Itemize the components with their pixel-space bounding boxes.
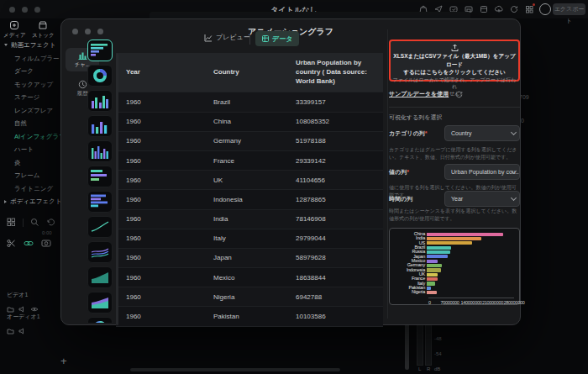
chart-bar-track [427,291,514,294]
export-button[interactable]: エクスポート [553,3,585,15]
tab-stock[interactable]: ストック [32,20,54,40]
apps-icon[interactable] [524,4,534,14]
sidebar-item[interactable]: ハート [0,143,60,156]
playhead-time: 0:00 [42,230,52,235]
value-column-select[interactable]: Urban Population by cou... [444,164,520,180]
tab-preview[interactable]: プレビュー [204,33,250,42]
tab-data[interactable]: データ [255,31,299,46]
avatar[interactable] [539,3,551,15]
table-cell: 1960 [126,190,213,208]
link-icon[interactable] [24,236,34,251]
table-cell: China [213,113,296,131]
chart-type-area-stacked[interactable] [87,292,113,313]
cloud-upload-icon[interactable] [494,4,504,14]
chart-type-bars-horizontal-2[interactable] [87,191,113,213]
sidebar-item[interactable]: フレーム [0,169,60,182]
sidebar-item[interactable]: モックアップ [0,78,60,92]
table-row: 1960UK41104656 [116,171,383,190]
chart-bar [427,264,442,267]
chart-bar [427,246,451,250]
sidebar-item[interactable]: ダーク [0,65,60,78]
toolbar-divider [23,219,24,227]
chart-type-bar-race[interactable] [87,40,113,61]
table-row: 1960India78146908 [116,210,383,229]
add-track-button[interactable]: + [60,355,67,367]
chart-type-bars-horizontal[interactable] [87,166,113,187]
chart-type-line-multi[interactable] [87,241,113,263]
category-column-select[interactable]: Country [444,125,520,141]
volume-slider[interactable] [405,323,409,370]
columns-section-title: 可視化する列を選択 [389,113,443,122]
table-cell: 18638844 [296,268,383,287]
chart-type-column-multi[interactable] [87,140,113,162]
mask-icon[interactable] [41,236,51,251]
folder-icon[interactable] [7,323,14,338]
table-scrollbar[interactable] [116,53,118,325]
undo-icon[interactable] [46,215,55,230]
chart-type-donut[interactable] [87,65,113,87]
timeline-scrollbar[interactable] [130,368,340,371]
sidebar-item[interactable]: フィルムブラー [0,52,60,66]
upload-dropzone[interactable]: XLSXまたはCSVファイル（最大1MB）をアップロード するにはこちらをクリッ… [389,40,520,82]
chart-type-column[interactable] [87,115,113,137]
x-tick-label: 0 [428,300,431,305]
chart-bar [427,241,472,245]
chart-type-column-grouped[interactable] [87,90,113,112]
history-clock-icon [78,80,87,89]
x-tick-label: 140000000 [461,300,482,305]
table-cell: 1960 [126,210,213,229]
chart-type-area[interactable] [87,266,113,288]
app-window: タイトルなし エクスポート メディア ストック オー 動画エフェクトフィルムブ [0,0,588,374]
use-sample-data-link[interactable]: サンプルデータを使用 [389,90,449,98]
player-panel-edge [150,12,470,18]
chart-bar-track [427,255,514,258]
table-cell: Nigeria [213,287,296,306]
chart-bar [427,287,431,290]
chart-bar [427,291,437,294]
table-row: 1960Italy29799044 [116,229,383,249]
table-header-cell: Country [213,53,296,92]
sidebar-item[interactable]: レンズフレア [0,104,60,118]
category-column-label: カテゴリの列* [389,129,428,138]
sidebar-item[interactable]: ステージ [0,91,60,104]
table-cell: 1960 [126,249,213,267]
search-zoom-icon[interactable] [30,215,39,230]
chart-type-pie[interactable] [87,317,113,323]
meter-channel-label: R [427,366,430,371]
chart-bar-track [427,277,514,281]
table-cell: 12878865 [296,190,383,208]
speaker-icon[interactable] [18,323,26,338]
time-column-select[interactable]: Year [444,191,520,207]
split-scissors-icon[interactable] [7,236,16,251]
table-header-cell: Urban Population by country ( Data sourc… [296,53,383,92]
table-header-cell: Year [126,53,213,92]
sidebar-item[interactable]: 動画エフェクト [0,39,60,52]
chart-type-line[interactable] [87,216,113,238]
chart-bar-track [427,250,514,254]
sidebar-item[interactable]: ライトニング [0,182,60,196]
archive-icon[interactable] [479,4,489,14]
chart-bar [427,268,441,271]
sidebar-item-label: ステージ [14,91,40,104]
chart-category-label: Nigeria [391,290,427,295]
table-cell: 51978188 [296,132,383,150]
required-asterisk: * [407,169,409,175]
tab-media[interactable]: メディア [3,20,25,40]
sidebar-item[interactable]: ボディエフェクト [0,195,60,208]
table-cell: 1960 [126,287,213,306]
refresh-icon[interactable] [455,91,463,98]
sync-icon[interactable] [509,4,519,14]
layout-grid-icon[interactable] [7,215,16,230]
chart-bar-track [427,246,514,250]
table-cell: 41104656 [296,171,383,189]
time-column-label: 時間の列 [389,195,412,203]
table-row: 1960Pakistan10103586 [116,307,383,326]
audio-meter-left [417,322,423,366]
chart-bar [427,233,503,236]
table-cell: 1960 [126,151,213,170]
sidebar-item[interactable]: 自然 [0,117,60,130]
sidebar-item[interactable]: 炎 [0,156,60,170]
chevron-down-icon [511,129,517,135]
sidebar-item[interactable]: AIインフォグラフィッ [0,130,60,144]
animation-graph-dialog: アニメーショングラフ チャ... 履歴 プレビュー データ [60,18,521,325]
